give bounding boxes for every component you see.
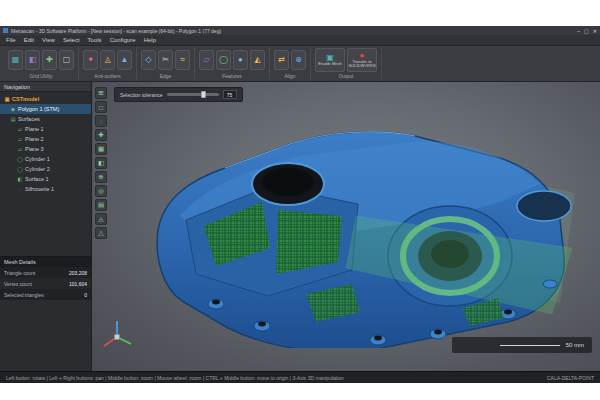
- menu-bar: File Edit View Select Tools Configure He…: [0, 35, 600, 46]
- tree-item-plane-2[interactable]: ▱ Plane 2: [0, 134, 91, 144]
- tolerance-slider[interactable]: [167, 93, 219, 96]
- best-fit-align-button[interactable]: ⇄: [274, 50, 289, 70]
- smooth-button[interactable]: ◧: [25, 50, 40, 70]
- ribbon-group-label: Align: [274, 72, 306, 81]
- ribbon-group-label: Features: [199, 72, 265, 81]
- section-icon[interactable]: ◬: [95, 213, 107, 225]
- tolerance-value-input[interactable]: [223, 90, 237, 99]
- tolerance-slider-thumb[interactable]: [201, 91, 206, 98]
- fill-holes-button[interactable]: ✚: [42, 50, 57, 70]
- selected-triangles-value: 0: [84, 292, 87, 298]
- ribbon-group-features: ▱ ◯ ● ◭ Features: [195, 47, 270, 81]
- navigation-tab[interactable]: Navigation: [0, 82, 91, 92]
- ribbon-group-output: ▣ Enable Mesh ● Transfer to SOLIDWORKS O…: [311, 47, 382, 81]
- model-3d[interactable]: [120, 98, 575, 348]
- triangle-count-value: 203,208: [69, 270, 87, 276]
- shade-mode-icon[interactable]: ◧: [95, 157, 107, 169]
- trim-button[interactable]: ✂: [158, 50, 173, 70]
- pivot-icon[interactable]: ⊕: [95, 171, 107, 183]
- ribbon-toolbar: ▦ ◧ ✚ ▢ Grid Utility ✦ ◬ ▲ Anti-outliers…: [0, 46, 600, 82]
- tree-item-cylinder-2[interactable]: ◯ Cylinder 2: [0, 164, 91, 174]
- tree-item-plane-3[interactable]: ▱ Plane 3: [0, 144, 91, 154]
- plane-icon: ▱: [17, 126, 23, 132]
- minimize-button[interactable]: –: [577, 28, 580, 34]
- menu-view[interactable]: View: [42, 37, 55, 43]
- title-bar: Metrascan - 3D Software Platform - [New …: [0, 26, 600, 35]
- sidebar-gap: [0, 222, 91, 256]
- ribbon-group-label: Grid Utility: [8, 72, 74, 81]
- tree-item-polygon[interactable]: ◆ Polygon 1 (STM): [0, 104, 91, 114]
- sphere-feature-button[interactable]: ●: [233, 50, 248, 70]
- vertex-count-value: 101,604: [69, 281, 87, 287]
- layers-icon[interactable]: ▤: [95, 199, 107, 211]
- sidebar-filler: [0, 300, 91, 371]
- menu-edit[interactable]: Edit: [24, 37, 34, 43]
- mesh-detail-row: Vertex count 101,604: [0, 278, 91, 289]
- zoom-fit-icon[interactable]: ⊞: [95, 87, 107, 99]
- polygon-icon: ◆: [10, 106, 16, 112]
- surfaces-icon: ▤: [10, 116, 16, 122]
- cylinder-feature-button[interactable]: ◯: [216, 50, 231, 70]
- select-brush-icon[interactable]: ✚: [95, 129, 107, 141]
- plane-feature-button[interactable]: ▱: [199, 50, 214, 70]
- ribbon-group-anti-outliers: ✦ ◬ ▲ Anti-outliers: [79, 47, 137, 81]
- mesh-detail-row: Selected triangles 0: [0, 289, 91, 300]
- measure-icon[interactable]: △: [95, 227, 107, 239]
- mesh-details-title: Mesh Details: [0, 257, 91, 267]
- decimate-button[interactable]: ◬: [100, 50, 115, 70]
- scale-label: 50 mm: [566, 342, 584, 348]
- defeature-button[interactable]: ▢: [59, 50, 74, 70]
- select-lasso-icon[interactable]: ◌: [95, 115, 107, 127]
- viewport-3d[interactable]: ⊞ □ ◌ ✚ ▦ ◧ ⊕ ◎ ▤ ◬ △ Selection toleranc…: [92, 82, 600, 371]
- mouse-hints-text: Left button: rotate | Left + Right butto…: [6, 375, 344, 381]
- selection-tolerance-toolbar: Selection tolerance: [114, 87, 243, 102]
- tree-item-plane-1[interactable]: ▱ Plane 1: [0, 124, 91, 134]
- ribbon-group-label: Output: [315, 72, 377, 81]
- ribbon-group-grid-utility: ▦ ◧ ✚ ▢ Grid Utility: [4, 47, 79, 81]
- tree-item-surface-1[interactable]: ◧ Surface 1: [0, 174, 91, 184]
- boundary-button[interactable]: ≈: [175, 50, 190, 70]
- maximize-button[interactable]: ▢: [584, 28, 589, 34]
- app-window: Metrascan - 3D Software Platform - [New …: [0, 26, 600, 383]
- enable-mesh-button[interactable]: ▣ Enable Mesh: [315, 48, 345, 72]
- menu-select[interactable]: Select: [63, 37, 80, 43]
- selection-tolerance-label: Selection tolerance: [120, 92, 163, 98]
- tree-item-surfaces[interactable]: ▤ Surfaces: [0, 114, 91, 124]
- screenshot-stage: Metrascan - 3D Software Platform - [New …: [0, 0, 600, 400]
- app-icon: [3, 28, 8, 33]
- status-right-text: CALA-DELTA-POINT: [547, 375, 594, 381]
- ribbon-group-label: Anti-outliers: [83, 72, 132, 81]
- menu-file[interactable]: File: [6, 37, 16, 43]
- surface-icon: ◧: [17, 176, 23, 182]
- tree-item-cylinder-1[interactable]: ◯ Cylinder 1: [0, 154, 91, 164]
- select-rect-icon[interactable]: □: [95, 101, 107, 113]
- refine-button[interactable]: ▲: [117, 50, 132, 70]
- grid-toggle-icon[interactable]: ▦: [95, 143, 107, 155]
- scale-bar: 50 mm: [452, 337, 592, 353]
- scale-line: [500, 345, 560, 346]
- clean-mesh-button[interactable]: ▦: [8, 50, 23, 70]
- model-icon: ▣: [4, 96, 10, 102]
- viewport-tool-strip: ⊞ □ ◌ ✚ ▦ ◧ ⊕ ◎ ▤ ◬ △: [95, 87, 107, 239]
- target-view-icon[interactable]: ◎: [95, 185, 107, 197]
- menu-tools[interactable]: Tools: [88, 37, 102, 43]
- silhouette-icon: ◌: [17, 186, 23, 192]
- tree-item-cstmodel[interactable]: ▣ CSTmodel: [0, 94, 91, 104]
- ribbon-group-edge: ◇ ✂ ≈ Edge: [137, 47, 195, 81]
- tree-item-silhouette-1[interactable]: ◌ Silhouette 1: [0, 184, 91, 194]
- ribbon-group-align: ⇄ ⊕ Align: [270, 47, 311, 81]
- menu-configure[interactable]: Configure: [110, 37, 136, 43]
- menu-help[interactable]: Help: [144, 37, 156, 43]
- transfer-solidworks-button[interactable]: ● Transfer to SOLIDWORKS: [347, 48, 377, 72]
- sharpen-edge-button[interactable]: ◇: [141, 50, 156, 70]
- orientation-triad[interactable]: [100, 317, 136, 351]
- plane-icon: ▱: [17, 146, 23, 152]
- remove-spikes-button[interactable]: ✦: [83, 50, 98, 70]
- cylinder-icon: ◯: [17, 156, 23, 162]
- cone-feature-button[interactable]: ◭: [250, 50, 265, 70]
- close-button[interactable]: ✕: [593, 28, 597, 34]
- datum-align-button[interactable]: ⊕: [291, 50, 306, 70]
- plane-icon: ▱: [17, 136, 23, 142]
- mesh-detail-row: Triangle count 203,208: [0, 267, 91, 278]
- sidebar: Navigation ▣ CSTmodel ◆ Polygon 1 (STM) …: [0, 82, 92, 371]
